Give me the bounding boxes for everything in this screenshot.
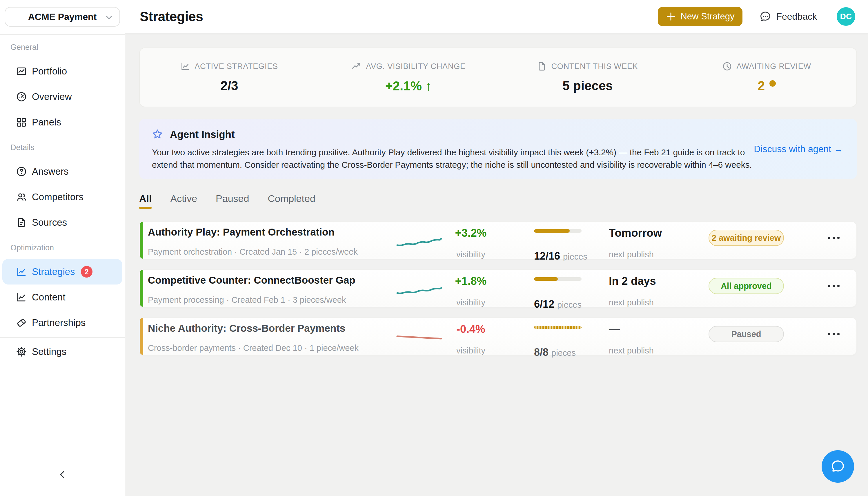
sidebar-item-strategies[interactable]: Strategies 2 <box>2 259 122 284</box>
sidebar-item-sources[interactable]: Sources <box>2 210 122 235</box>
tab-all[interactable]: All <box>139 193 152 209</box>
grid-icon <box>16 117 27 127</box>
pieces-cell: 12/16pieces <box>534 222 593 259</box>
chat-fab-button[interactable] <box>822 450 854 483</box>
app-root: ACME Payment General Portfolio Overview <box>0 0 868 496</box>
menu-dot <box>828 237 830 239</box>
visibility-change: -0.4% <box>446 323 496 336</box>
pieces-label: pieces <box>551 348 576 357</box>
chat-bubble-icon <box>830 458 846 475</box>
chat-outline-icon <box>759 11 772 22</box>
pieces-count: 6/12pieces <box>534 298 593 310</box>
stat-value: 5 pieces <box>498 78 677 93</box>
clock-icon <box>722 62 732 71</box>
sidebar-item-settings[interactable]: Settings <box>2 339 122 365</box>
next-publish-label: next publish <box>609 346 674 356</box>
next-publish-cell: Tomorrow next publish <box>609 222 674 259</box>
menu-dot <box>833 333 835 335</box>
status-badge[interactable]: All approved <box>709 278 784 294</box>
row-menu-button[interactable] <box>825 333 842 335</box>
insight-title-row: Agent Insight <box>152 129 842 140</box>
alert-dot <box>770 80 776 87</box>
portfolio-chart-icon <box>16 66 27 77</box>
stat-value-number: 2 <box>758 78 765 93</box>
strategy-title: Niche Authority: Cross-Border Payments <box>148 323 396 334</box>
feedback-button[interactable]: Feedback <box>759 11 817 22</box>
visibility-change: +1.8% <box>446 275 496 288</box>
people-icon <box>16 192 27 202</box>
new-strategy-button[interactable]: New Strategy <box>658 7 743 26</box>
strategy-meta: Payment processing · Created Feb 1 · 3 p… <box>148 295 396 305</box>
sidebar-item-label: Sources <box>32 217 67 228</box>
agent-insight-banner: Agent Insight Your two active strategies… <box>139 119 857 179</box>
strategy-row-authority-play[interactable]: Authority Play: Payment Orchestration Pa… <box>139 221 857 259</box>
page-content: ACTIVE STRATEGIES 2/3 AVG. VISIBILITY CH… <box>125 34 868 356</box>
stat-label: AVG. VISIBILITY CHANGE <box>351 61 466 71</box>
insight-title: Agent Insight <box>170 129 235 140</box>
stat-value: 2 <box>677 78 856 93</box>
tag-icon <box>16 317 27 328</box>
tab-active[interactable]: Active <box>170 193 197 209</box>
stat-label: CONTENT THIS WEEK <box>537 62 638 71</box>
sidebar-item-label: Portfolio <box>32 66 67 77</box>
tab-paused[interactable]: Paused <box>216 193 249 209</box>
sidebar-item-label: Answers <box>32 166 69 177</box>
sidebar-collapse-button[interactable] <box>0 469 125 482</box>
document-icon <box>537 62 547 71</box>
strategy-row-competitive-counter[interactable]: Competitive Counter: ConnectBooster Gap … <box>139 269 857 307</box>
sidebar-item-content[interactable]: Content <box>2 284 122 310</box>
strategy-list: Authority Play: Payment Orchestration Pa… <box>139 221 857 356</box>
stat-label: AWAITING REVIEW <box>722 62 811 71</box>
sidebar-section-details: Details <box>0 135 125 159</box>
stat-label-text: AWAITING REVIEW <box>736 62 811 71</box>
row-menu-button[interactable] <box>825 237 842 239</box>
sidebar-item-panels[interactable]: Panels <box>2 109 122 135</box>
stat-active-strategies: ACTIVE STRATEGIES 2/3 <box>140 62 319 93</box>
tab-completed[interactable]: Completed <box>268 193 315 209</box>
strategy-row-niche-authority[interactable]: Niche Authority: Cross-Border Payments C… <box>139 317 857 356</box>
sidebar-item-overview[interactable]: Overview <box>2 84 122 109</box>
sidebar-section-general: General <box>0 35 125 59</box>
pieces-cell: 6/12pieces <box>534 270 593 307</box>
progress-fill <box>534 326 582 329</box>
strategy-title: Competitive Counter: ConnectBooster Gap <box>148 274 396 286</box>
stat-content-this-week: CONTENT THIS WEEK 5 pieces <box>498 62 677 93</box>
next-publish-cell: In 2 days next publish <box>609 270 674 307</box>
progress-fill <box>534 229 570 233</box>
insight-body: Your two active strategies are both tren… <box>152 146 762 171</box>
avatar[interactable]: DC <box>837 7 855 26</box>
strategy-main: Competitive Counter: ConnectBooster Gap … <box>148 270 396 307</box>
progress-fill <box>534 277 558 281</box>
sidebar-item-partnerships[interactable]: Partnerships <box>2 310 122 336</box>
chevron-left-icon <box>57 469 67 482</box>
sparkline <box>396 330 442 345</box>
sidebar-item-label: Content <box>32 292 65 303</box>
pieces-count: 12/16pieces <box>534 250 593 262</box>
discuss-with-agent-link[interactable]: Discuss with agent → <box>754 144 843 154</box>
row-menu-button[interactable] <box>825 285 842 287</box>
sidebar-item-portfolio[interactable]: Portfolio <box>2 59 122 84</box>
visibility-label: visibility <box>446 346 496 356</box>
visibility-cell: -0.4% visibility <box>446 318 496 355</box>
workspace-selector[interactable]: ACME Payment <box>5 7 120 27</box>
strategy-main: Niche Authority: Cross-Border Payments C… <box>148 318 396 355</box>
menu-dot <box>828 333 830 335</box>
visibility-label: visibility <box>446 250 496 259</box>
strategy-tabs: All Active Paused Completed <box>139 193 857 209</box>
sidebar-section-optimization: Optimization <box>0 235 125 259</box>
strategy-main: Authority Play: Payment Orchestration Pa… <box>148 222 396 259</box>
progress-bar <box>534 277 582 281</box>
stat-value: 2/3 <box>140 78 319 93</box>
stat-awaiting-review: AWAITING REVIEW 2 <box>677 62 856 93</box>
menu-dot <box>837 333 840 335</box>
status-badge[interactable]: 2 awaiting review <box>709 230 784 246</box>
page-title: Strategies <box>140 9 203 24</box>
pieces-label: pieces <box>563 252 588 261</box>
status-badge[interactable]: Paused <box>709 326 784 342</box>
sidebar-item-answers[interactable]: Answers <box>2 159 122 184</box>
pieces-label: pieces <box>557 300 582 309</box>
sidebar-item-label: Panels <box>32 117 61 128</box>
sidebar-item-label: Strategies <box>32 266 75 277</box>
stat-label-text: AVG. VISIBILITY CHANGE <box>366 62 466 71</box>
sidebar-item-competitors[interactable]: Competitors <box>2 184 122 210</box>
